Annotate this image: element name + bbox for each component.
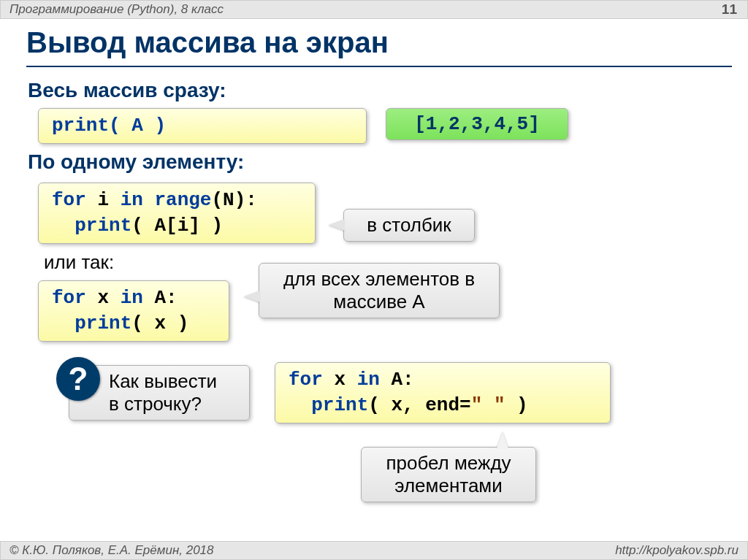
txt: x xyxy=(86,287,121,309)
callout-tail xyxy=(244,291,260,302)
output-array: [1,2,3,4,5] xyxy=(386,108,568,140)
course-label: Программирование (Python), 8 класс xyxy=(9,2,224,16)
code-for-range: for i in range(N): print( A[i] ) xyxy=(38,183,316,244)
callout-tail xyxy=(497,432,508,448)
txt: ( x ) xyxy=(131,312,188,334)
kw-for: for xyxy=(52,287,86,309)
indent xyxy=(289,394,311,416)
callout-line1: для всех элементов в xyxy=(283,268,475,290)
callout-line2: массиве A xyxy=(333,291,424,312)
question-line1: Как вывести xyxy=(109,370,217,392)
section2-label: По одному элементу: xyxy=(28,150,244,174)
indent xyxy=(52,215,75,237)
callout-line2: элементами xyxy=(394,475,503,496)
question-box: ? Как вывести в строчку? xyxy=(69,365,250,421)
code-for-end: for x in A: print( x, end=" " ) xyxy=(275,362,611,423)
txt: A: xyxy=(143,287,178,309)
kw-print: print( A ) xyxy=(52,115,166,137)
txt xyxy=(143,189,155,211)
question-mark-icon: ? xyxy=(56,357,100,401)
kw-print: print xyxy=(75,215,131,237)
section3-label: или так: xyxy=(44,251,114,274)
kw-print: print xyxy=(311,394,368,416)
txt: ( x, end= xyxy=(368,394,470,416)
question-line2: в строчку? xyxy=(109,393,202,415)
kw-in: in xyxy=(121,287,143,309)
kw-in: in xyxy=(121,189,143,211)
callout-text: в столбик xyxy=(367,214,451,236)
callout-line1: пробел между xyxy=(386,452,511,474)
txt: ) xyxy=(505,394,527,416)
txt: ( A[i] ) xyxy=(131,215,223,237)
slide-title: Вывод массива на экран xyxy=(26,26,389,59)
kw-range: range xyxy=(154,189,211,211)
kw-for: for xyxy=(289,369,323,391)
txt: A: xyxy=(380,369,414,391)
indent xyxy=(52,312,75,334)
title-rule xyxy=(26,66,732,67)
section1-label: Весь массив сразу: xyxy=(28,79,226,102)
header-bar: Программирование (Python), 8 класс 11 xyxy=(0,0,748,19)
slide: Программирование (Python), 8 класс 11 Вы… xyxy=(0,0,748,560)
txt: x xyxy=(323,369,357,391)
code-print-all: print( A ) xyxy=(38,108,367,144)
code-for-x: for x in A: print( x ) xyxy=(38,280,229,342)
callout-tail xyxy=(329,219,345,231)
footer-authors: © К.Ю. Поляков, Е.А. Ерёмин, 2018 xyxy=(9,542,214,559)
footer-bar: © К.Ю. Поляков, Е.А. Ерёмин, 2018 http:/… xyxy=(0,541,748,560)
txt: (N): xyxy=(211,189,256,211)
string-literal: " " xyxy=(471,394,505,416)
kw-for: for xyxy=(52,189,86,211)
page-number: 11 xyxy=(722,1,737,18)
callout-space: пробел между элементами xyxy=(361,447,536,502)
kw-print: print xyxy=(75,312,131,334)
kw-in: in xyxy=(357,369,380,391)
txt: i xyxy=(86,189,121,211)
callout-all-elements: для всех элементов в массиве A xyxy=(259,263,500,318)
callout-column: в столбик xyxy=(343,209,475,242)
footer-url: http://kpolyakov.spb.ru xyxy=(615,542,739,559)
